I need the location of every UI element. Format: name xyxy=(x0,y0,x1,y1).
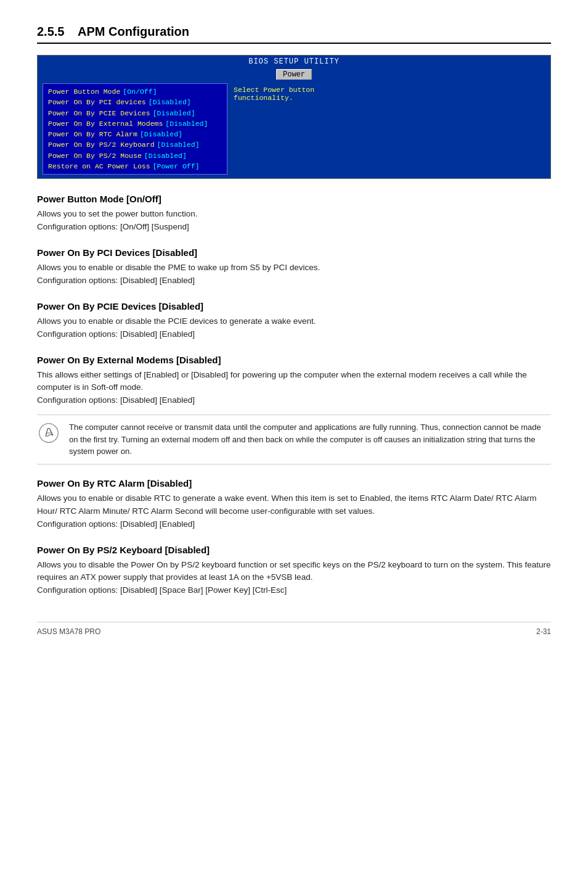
bios-row: Power On By External Modems[Disabled] xyxy=(48,118,222,129)
bios-row-label: Power On By PCI devices xyxy=(48,97,146,107)
section-body-4: Allows you to enable or disable RTC to g… xyxy=(37,492,551,531)
footer-right: 2-31 xyxy=(536,627,551,636)
bios-screenshot: BIOS SETUP UTILITY Power Power Button Mo… xyxy=(37,55,551,179)
bios-tab-row: Power xyxy=(38,68,550,80)
section-body-1: Allows you to enable or disable the PME … xyxy=(37,262,551,287)
footer-left: ASUS M3A78 PRO xyxy=(37,627,100,636)
bios-row-label: Restore on AC Power Loss xyxy=(48,161,150,171)
bios-row-label: Power On By RTC Alarm xyxy=(48,129,137,139)
section-title: 2.5.5 APM Configuration xyxy=(37,25,551,44)
bios-row-label: Power On By PS/2 Mouse xyxy=(48,151,142,161)
bios-row: Power On By PS/2 Mouse [Disabled] xyxy=(48,151,222,161)
bios-help-text: Select Power buttonfunctionality. xyxy=(234,83,545,175)
footer: ASUS M3A78 PRO 2-31 xyxy=(37,622,551,636)
bios-row-value: [Disabled] xyxy=(157,139,200,150)
section-heading-5: Power On By PS/2 Keyboard [Disabled] xyxy=(37,545,551,555)
bios-row-value: [Disabled] xyxy=(140,129,182,139)
bios-settings-list: Power Button Mode [On/Off]Power On By PC… xyxy=(43,83,227,175)
bios-row-value: [Disabled] xyxy=(144,151,187,161)
section-heading-3: Power On By External Modems [Disabled] xyxy=(37,355,551,365)
bios-row: Power On By PCIE Devices[Disabled] xyxy=(48,108,222,118)
section-heading-1: Power On By PCI Devices [Disabled] xyxy=(37,247,551,258)
bios-row-value: [Disabled] xyxy=(149,97,191,107)
section-body-0: Allows you to set the power button funct… xyxy=(37,208,551,234)
note-text: The computer cannot receive or transmit … xyxy=(69,421,551,458)
section-body-5: Allows you to disable the Power On by PS… xyxy=(37,559,551,598)
section-body-3: This allows either settings of [Enabled]… xyxy=(37,369,551,408)
content-sections: Power Button Mode [On/Off]Allows you to … xyxy=(37,194,551,597)
bios-row: Power On By PCI devices[Disabled] xyxy=(48,97,222,107)
bios-row-label: Power On By PS/2 Keyboard xyxy=(48,139,155,150)
bios-row: Restore on AC Power Loss[Power Off] xyxy=(48,161,222,171)
bios-left-panel: Power Button Mode [On/Off]Power On By PC… xyxy=(43,83,227,175)
bios-row: Power On By RTC Alarm [Disabled] xyxy=(48,129,222,139)
note-box: The computer cannot receive or transmit … xyxy=(37,415,551,464)
section-heading-2: Power On By PCIE Devices [Disabled] xyxy=(37,301,551,311)
bios-row: Power On By PS/2 Keyboard[Disabled] xyxy=(48,139,222,150)
bios-row-value: [Disabled] xyxy=(153,108,195,118)
bios-row: Power Button Mode [On/Off] xyxy=(48,86,222,97)
bios-content: Power Button Mode [On/Off]Power On By PC… xyxy=(38,80,550,178)
section-heading-4: Power On By RTC Alarm [Disabled] xyxy=(37,478,551,489)
bios-tab-power: Power xyxy=(276,69,312,80)
bios-row-value: [Disabled] xyxy=(165,118,208,129)
bios-row-label: Power On By PCIE Devices xyxy=(48,108,150,118)
bios-row-label: Power Button Mode xyxy=(48,86,120,97)
bios-row-label: Power On By External Modems xyxy=(48,118,163,129)
note-icon xyxy=(37,421,60,444)
section-body-2: Allows you to enable or disable the PCIE… xyxy=(37,315,551,341)
bios-row-value: [Power Off] xyxy=(153,161,200,171)
bios-row-value: [On/Off] xyxy=(123,86,157,97)
section-heading-0: Power Button Mode [On/Off] xyxy=(37,194,551,204)
bios-header: BIOS SETUP UTILITY xyxy=(38,56,550,68)
